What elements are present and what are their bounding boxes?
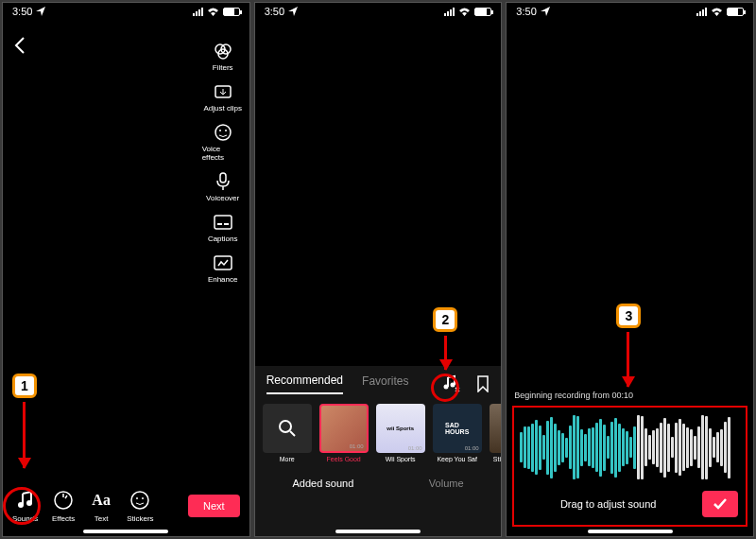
location-arrow-icon bbox=[541, 7, 550, 16]
svg-point-17 bbox=[142, 497, 144, 499]
next-button[interactable]: Next bbox=[188, 495, 240, 517]
home-indicator[interactable] bbox=[588, 530, 673, 533]
step-1-badge: 1 bbox=[12, 374, 37, 398]
step-3-arrow bbox=[627, 332, 629, 387]
enhance-icon bbox=[214, 255, 232, 270]
voiceover-label: Voiceover bbox=[206, 194, 239, 202]
svg-point-5 bbox=[219, 130, 221, 131]
tab-favorites[interactable]: Favorites bbox=[362, 374, 408, 393]
screen-sounds: 3:50 Recommended Favorites bbox=[254, 2, 503, 537]
status-time: 3:50 bbox=[265, 6, 284, 17]
home-indicator[interactable] bbox=[83, 530, 168, 533]
stickers-button[interactable]: Stickers bbox=[127, 488, 153, 523]
wifi-icon bbox=[458, 8, 471, 16]
status-bar: 3:50 bbox=[255, 3, 502, 20]
status-time: 3:50 bbox=[516, 6, 536, 17]
signal-icon bbox=[193, 8, 203, 16]
sound-tabs: Recommended Favorites bbox=[255, 366, 502, 394]
screen-trim: 3:50 Beginning recording from 00:10 Drag… bbox=[506, 2, 754, 537]
waveform[interactable] bbox=[518, 413, 742, 481]
effects-icon bbox=[53, 490, 74, 511]
effects-label: Effects bbox=[52, 514, 75, 523]
text-label: Text bbox=[94, 514, 109, 523]
wifi-icon bbox=[711, 8, 723, 16]
signal-icon bbox=[444, 8, 455, 16]
voiceover-button[interactable]: Voiceover bbox=[202, 171, 244, 202]
svg-point-4 bbox=[215, 125, 231, 140]
voiceover-icon bbox=[216, 172, 230, 191]
check-icon bbox=[713, 497, 728, 511]
status-icons bbox=[193, 8, 240, 16]
track-still-dont-kno[interactable]: 00:30 Still Don't Kno bbox=[490, 404, 502, 462]
captions-icon bbox=[214, 215, 232, 230]
stickers-icon bbox=[129, 490, 150, 511]
svg-point-15 bbox=[131, 492, 148, 509]
sound-panel: Recommended Favorites More 01:00 Feels G… bbox=[255, 366, 502, 536]
track-list[interactable]: More 01:00 Feels Good wii Sports01:00 Wi… bbox=[255, 394, 502, 466]
battery-icon bbox=[474, 8, 491, 16]
tab-recommended[interactable]: Recommended bbox=[266, 374, 343, 394]
track-wii-sports[interactable]: wii Sports01:00 Wii Sports bbox=[376, 404, 425, 462]
adjust-clips-icon bbox=[214, 84, 232, 99]
stickers-label: Stickers bbox=[127, 514, 153, 523]
svg-rect-8 bbox=[215, 216, 232, 229]
voice-effects-button[interactable]: Voice effects bbox=[202, 122, 244, 162]
sound-bottom-tabs: Added sound Volume bbox=[255, 466, 502, 506]
adjust-clips-button[interactable]: Adjust clips bbox=[202, 81, 244, 113]
back-button[interactable] bbox=[14, 37, 26, 54]
battery-icon bbox=[223, 8, 240, 16]
step-1-arrow bbox=[23, 402, 26, 468]
screen-editor: 3:50 Filters Adjust clips Voice effects … bbox=[2, 2, 250, 537]
step-1-highlight bbox=[3, 487, 41, 525]
status-icons bbox=[444, 8, 491, 16]
bookmark-icon bbox=[476, 375, 490, 392]
adjust-clips-label: Adjust clips bbox=[203, 104, 241, 113]
captions-label: Captions bbox=[208, 235, 238, 243]
svg-point-20 bbox=[280, 421, 291, 432]
text-icon: Aa bbox=[92, 492, 111, 509]
voice-effects-icon bbox=[214, 123, 232, 142]
step-3-badge: 3 bbox=[616, 304, 641, 328]
filters-button[interactable]: Filters bbox=[202, 41, 244, 72]
svg-rect-10 bbox=[224, 223, 229, 225]
wifi-icon bbox=[207, 8, 219, 16]
added-sound-tab[interactable]: Added sound bbox=[292, 478, 353, 489]
svg-point-6 bbox=[225, 130, 227, 131]
location-arrow-icon bbox=[288, 7, 298, 16]
status-time: 3:50 bbox=[12, 6, 32, 17]
captions-button[interactable]: Captions bbox=[202, 212, 244, 243]
track-feels-good[interactable]: 01:00 Feels Good bbox=[319, 404, 369, 462]
step-3-highlight-box: Drag to adjust sound bbox=[512, 406, 747, 527]
location-arrow-icon bbox=[36, 7, 45, 16]
battery-icon bbox=[727, 8, 744, 16]
home-indicator[interactable] bbox=[335, 530, 421, 533]
volume-tab[interactable]: Volume bbox=[429, 478, 464, 489]
voice-effects-label: Voice effects bbox=[202, 145, 244, 162]
effects-button[interactable]: Effects bbox=[51, 488, 76, 523]
svg-rect-7 bbox=[220, 173, 226, 183]
trim-panel: Beginning recording from 00:10 Drag to a… bbox=[507, 385, 753, 536]
drag-instruction: Drag to adjust sound bbox=[522, 498, 695, 510]
status-icons bbox=[696, 8, 744, 16]
track-keep-you-saf[interactable]: SADHOURS01:00 Keep You Saf bbox=[433, 404, 482, 462]
filters-icon bbox=[214, 42, 232, 61]
track-more[interactable]: More bbox=[263, 404, 312, 462]
step-2-badge: 2 bbox=[433, 307, 457, 332]
bookmark-button[interactable] bbox=[476, 375, 490, 392]
text-button[interactable]: Aa Text bbox=[89, 488, 113, 523]
chevron-left-icon bbox=[14, 37, 26, 54]
enhance-button[interactable]: Enhance bbox=[202, 252, 244, 284]
svg-point-16 bbox=[136, 497, 138, 499]
filters-label: Filters bbox=[213, 63, 233, 72]
confirm-trim-button[interactable] bbox=[702, 491, 738, 517]
status-bar: 3:50 bbox=[3, 3, 249, 20]
signal-icon bbox=[696, 8, 707, 16]
editor-side-toolbar: Filters Adjust clips Voice effects Voice… bbox=[202, 41, 244, 284]
svg-rect-9 bbox=[217, 223, 222, 225]
search-icon bbox=[277, 418, 298, 439]
enhance-label: Enhance bbox=[208, 275, 238, 284]
step-2-arrow bbox=[444, 336, 447, 370]
status-bar: 3:50 bbox=[507, 3, 753, 20]
